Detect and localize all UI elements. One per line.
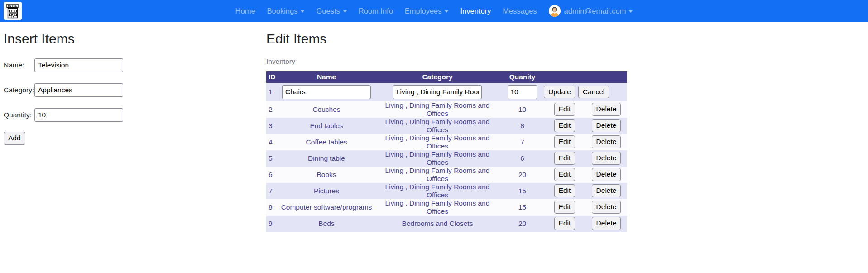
edit-items-title: Edit Items — [266, 31, 627, 47]
row-category: Living , Dining Family Rooms and Offices — [374, 167, 501, 183]
nav-item-label: Room Info — [359, 7, 393, 15]
table-row: 7PicturesLiving , Dining Family Rooms an… — [266, 183, 627, 199]
user-email: admin@email.com — [564, 7, 633, 15]
row-name: Pictures — [279, 183, 374, 199]
name-label: Name: — [4, 61, 34, 69]
row-delete-cell: Delete — [585, 167, 627, 183]
chevron-down-icon — [445, 10, 448, 13]
row-quantity: 20 — [501, 216, 544, 232]
row-quantity: 6 — [501, 150, 544, 167]
table-row: 3End tablesLiving , Dining Family Rooms … — [266, 118, 627, 134]
chevron-down-icon — [629, 10, 633, 13]
edit-button[interactable]: Edit — [554, 135, 575, 148]
edit-button[interactable]: Edit — [554, 119, 575, 132]
row-name: Dining table — [279, 150, 374, 167]
name-field-row: Name: — [4, 58, 123, 72]
edit-button[interactable]: Edit — [554, 152, 575, 165]
nav-item-label: Bookings — [267, 7, 298, 15]
chevron-down-icon — [301, 10, 304, 13]
row-name: Coffee tables — [279, 134, 374, 150]
nav-item-home[interactable]: Home — [230, 7, 261, 15]
header-actions-2 — [585, 71, 627, 83]
row-edit-cell: Edit — [544, 118, 585, 134]
row-name: Couches — [279, 101, 374, 118]
edit-quantity-input[interactable] — [508, 85, 537, 99]
delete-button[interactable]: Delete — [592, 135, 621, 148]
header-quantity: Quanity — [501, 71, 544, 83]
row-id: 9 — [266, 216, 279, 232]
delete-button[interactable]: Delete — [592, 152, 621, 165]
edit-button[interactable]: Edit — [554, 201, 575, 214]
edit-name-input[interactable] — [282, 85, 371, 99]
row-edit-cell: Edit — [544, 134, 585, 150]
edit-category-input[interactable] — [393, 85, 482, 99]
row-category: Living , Dining Family Rooms and Offices — [374, 118, 501, 134]
delete-button[interactable]: Delete — [592, 201, 621, 214]
quantity-field-row: Quantity: — [4, 108, 123, 122]
user-email-label: admin@email.com — [564, 7, 626, 15]
row-delete-cell: Delete — [585, 134, 627, 150]
table-row: 8Computer software/programsLiving , Dini… — [266, 199, 627, 216]
user-menu[interactable]: admin@email.com — [543, 5, 639, 17]
delete-button[interactable]: Delete — [592, 168, 621, 181]
row-id: 5 — [266, 150, 279, 167]
edit-button[interactable]: Edit — [554, 103, 575, 116]
header-name: Name — [279, 71, 374, 83]
table-row-editing: 1 UpdateCancel — [266, 83, 627, 101]
hotel-building-icon: HOTEL — [5, 3, 20, 19]
delete-button[interactable]: Delete — [592, 119, 621, 132]
row-quantity: 7 — [501, 134, 544, 150]
row-quantity: 8 — [501, 118, 544, 134]
nav-item-label: Guests — [316, 7, 340, 15]
row-quantity: 15 — [501, 199, 544, 216]
row-delete-cell: Delete — [585, 150, 627, 167]
row-id: 8 — [266, 199, 279, 216]
category-field-row: Category: — [4, 83, 123, 97]
row-edit-cell: Edit — [544, 150, 585, 167]
nav-item-inventory[interactable]: Inventory — [454, 7, 497, 15]
update-button[interactable]: Update — [544, 86, 575, 99]
row-name: End tables — [279, 118, 374, 134]
edit-button[interactable]: Edit — [554, 168, 575, 181]
row-delete-cell: Delete — [585, 216, 627, 232]
row-id: 1 — [266, 83, 279, 101]
edit-button[interactable]: Edit — [554, 217, 575, 230]
row-edit-cell: Edit — [544, 167, 585, 183]
nav-item-employees[interactable]: Employees — [399, 7, 455, 15]
row-name: Beds — [279, 216, 374, 232]
header-actions-1 — [544, 71, 585, 83]
row-category: Living , Dining Family Rooms and Offices — [374, 101, 501, 118]
delete-button[interactable]: Delete — [592, 103, 621, 116]
row-quantity: 10 — [501, 101, 544, 118]
name-input[interactable] — [34, 58, 123, 72]
add-button[interactable]: Add — [4, 132, 25, 145]
row-category: Living , Dining Family Rooms and Offices — [374, 150, 501, 167]
row-category: Bedrooms and Closets — [374, 216, 501, 232]
delete-button[interactable]: Delete — [592, 184, 621, 197]
delete-button[interactable]: Delete — [592, 217, 621, 230]
table-row: 4Coffee tablesLiving , Dining Family Roo… — [266, 134, 627, 150]
row-id: 2 — [266, 101, 279, 118]
row-category: Living , Dining Family Rooms and Offices — [374, 183, 501, 199]
table-row: 5Dining tableLiving , Dining Family Room… — [266, 150, 627, 167]
nav-item-bookings[interactable]: Bookings — [261, 7, 311, 15]
nav-item-guests[interactable]: Guests — [310, 7, 352, 15]
nav-item-messages[interactable]: Messages — [497, 7, 542, 15]
row-id: 7 — [266, 183, 279, 199]
svg-text:HOTEL: HOTEL — [8, 5, 17, 7]
chevron-down-icon — [343, 10, 347, 13]
edit-button[interactable]: Edit — [554, 184, 575, 197]
row-id: 3 — [266, 118, 279, 134]
insert-items-title: Insert Items — [4, 31, 123, 47]
table-header-row: ID Name Category Quanity — [266, 71, 627, 83]
quantity-input[interactable] — [34, 108, 123, 122]
row-delete-cell: Delete — [585, 101, 627, 118]
nav-item-label: Messages — [503, 7, 537, 15]
category-input[interactable] — [34, 83, 123, 97]
cancel-button[interactable]: Cancel — [578, 86, 609, 99]
header-id: ID — [266, 71, 279, 83]
nav-item-room-info[interactable]: Room Info — [353, 7, 399, 15]
hotel-logo[interactable]: HOTEL — [4, 2, 22, 20]
nav-item-label: Inventory — [460, 7, 491, 15]
row-edit-cell: Edit — [544, 216, 585, 232]
